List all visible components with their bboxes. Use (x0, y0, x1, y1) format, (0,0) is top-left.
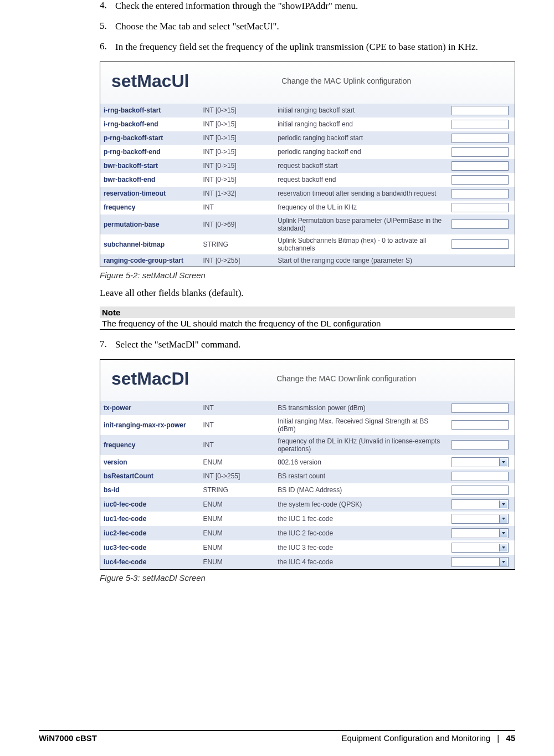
type-cell: ENUM (200, 526, 275, 540)
table-row: permutation-baseINT [0->69]Uplink Permut… (100, 214, 515, 234)
note-heading: Note (100, 307, 515, 318)
desc-cell: frequency of the UL in KHz (274, 201, 448, 214)
footer-page: 45 (506, 733, 515, 743)
desc-cell: Initial ranging Max. Received Signal Str… (274, 415, 448, 435)
step-number: 7. (100, 339, 115, 351)
type-cell: INT [0->255] (200, 254, 275, 267)
type-cell: ENUM (200, 455, 275, 469)
param-cell: i-rng-backoff-end (100, 118, 200, 131)
param-cell: bwr-backoff-start (100, 159, 200, 173)
step-text: In the frequency field set the frequency… (115, 41, 515, 54)
text-input[interactable] (452, 161, 508, 171)
select-dropdown[interactable] (452, 499, 508, 509)
param-cell: frequency (100, 201, 200, 214)
desc-cell: BS restart count (274, 469, 448, 483)
control-cell (448, 415, 515, 435)
table-row: i-rng-backoff-endINT [0->15]initial rang… (100, 118, 515, 131)
text-input[interactable] (452, 239, 508, 249)
text-input[interactable] (452, 120, 508, 129)
desc-cell: the IUC 4 fec-code (274, 555, 448, 569)
desc-cell: 802.16 version (274, 455, 448, 469)
desc-cell: the IUC 2 fec-code (274, 526, 448, 540)
param-cell: init-ranging-max-rx-power (100, 415, 200, 435)
select-dropdown[interactable] (452, 514, 508, 524)
param-cell: permutation-base (100, 214, 200, 234)
screen-title: setMacUl (111, 71, 189, 91)
desc-cell: periodic ranging backoff end (274, 145, 448, 159)
desc-cell: the IUC 1 fec-code (274, 512, 448, 526)
control-cell (448, 401, 515, 415)
text-input[interactable] (452, 106, 508, 115)
setmacul-table: i-rng-backoff-startINT [0->15]initial ra… (100, 104, 515, 267)
text-input[interactable] (452, 147, 508, 157)
text-input[interactable] (452, 420, 508, 430)
control-cell (448, 555, 515, 569)
type-cell: INT (200, 201, 275, 214)
text-input[interactable] (452, 403, 508, 413)
type-cell: INT [1->32] (200, 187, 275, 201)
desc-cell: the IUC 3 fec-code (274, 540, 448, 555)
table-row: bs-idSTRINGBS ID (MAC Address) (100, 483, 515, 497)
type-cell: INT [0->255] (200, 469, 275, 483)
desc-cell: reservation timeout after sending a band… (274, 187, 448, 201)
desc-cell: initial ranging backoff end (274, 118, 448, 131)
text-input[interactable] (452, 134, 508, 143)
type-cell: INT [0->15] (200, 118, 275, 131)
desc-cell: BS ID (MAC Address) (274, 483, 448, 497)
select-dropdown[interactable] (452, 457, 508, 467)
desc-cell: request backoff start (274, 159, 448, 173)
control-cell (448, 512, 515, 526)
text-input[interactable] (452, 472, 508, 481)
text-input[interactable] (452, 219, 508, 229)
figure-setmacdl-screen: setMacDl Change the MAC Downlink configu… (100, 359, 515, 570)
desc-cell: initial ranging backoff start (274, 104, 448, 118)
text-input[interactable] (452, 189, 508, 198)
table-row: bwr-backoff-startINT [0->15]request back… (100, 159, 515, 173)
type-cell: INT [0->15] (200, 131, 275, 145)
step-number: 5. (100, 21, 115, 33)
table-row: iuc1-fec-codeENUMthe IUC 1 fec-code (100, 512, 515, 526)
table-row: iuc0-fec-codeENUMthe system fec-code (QP… (100, 497, 515, 512)
select-dropdown[interactable] (452, 557, 508, 567)
step-7: 7. Select the "setMacDl" command. (100, 339, 515, 351)
step-number: 6. (100, 41, 115, 54)
type-cell: INT (200, 401, 275, 415)
type-cell: INT (200, 415, 275, 435)
type-cell: INT [0->15] (200, 104, 275, 118)
desc-cell: periodic ranging backoff start (274, 131, 448, 145)
type-cell: INT (200, 435, 275, 455)
type-cell: INT [0->15] (200, 159, 275, 173)
control-cell (448, 455, 515, 469)
step-4: 4. Check the entered information through… (100, 0, 515, 13)
desc-cell: the system fec-code (QPSK) (274, 497, 448, 512)
text-input[interactable] (452, 440, 508, 449)
step-6: 6. In the frequency field set the freque… (100, 41, 515, 54)
footer-left: WiN7000 cBST (39, 733, 97, 743)
table-row: versionENUM802.16 version (100, 455, 515, 469)
note-body: The frequency of the UL should match the… (100, 318, 515, 330)
table-row: bsRestartCountINT [0->255]BS restart cou… (100, 469, 515, 483)
control-cell (448, 118, 515, 131)
text-input[interactable] (452, 203, 508, 212)
param-cell: reservation-timeout (100, 187, 200, 201)
step-5: 5. Choose the Mac tab and select "setMac… (100, 21, 515, 33)
param-cell: i-rng-backoff-start (100, 104, 200, 118)
type-cell: INT [0->69] (200, 214, 275, 234)
table-row: tx-powerINTBS transmission power (dBm) (100, 401, 515, 415)
param-cell: bwr-backoff-end (100, 173, 200, 187)
param-cell: iuc4-fec-code (100, 555, 200, 569)
control-cell (448, 254, 515, 267)
control-cell (448, 526, 515, 540)
text-input[interactable] (452, 486, 508, 495)
select-dropdown[interactable] (452, 528, 508, 538)
type-cell: STRING (200, 234, 275, 254)
param-cell: p-rng-backoff-start (100, 131, 200, 145)
text-input[interactable] (452, 175, 508, 185)
footer-title: Equipment Configuration and Monitoring (342, 733, 491, 743)
param-cell: subchannel-bitmap (100, 234, 200, 254)
param-cell: iuc3-fec-code (100, 540, 200, 555)
table-row: p-rng-backoff-startINT [0->15]periodic r… (100, 131, 515, 145)
control-cell (448, 234, 515, 254)
control-cell (448, 187, 515, 201)
select-dropdown[interactable] (452, 543, 508, 553)
